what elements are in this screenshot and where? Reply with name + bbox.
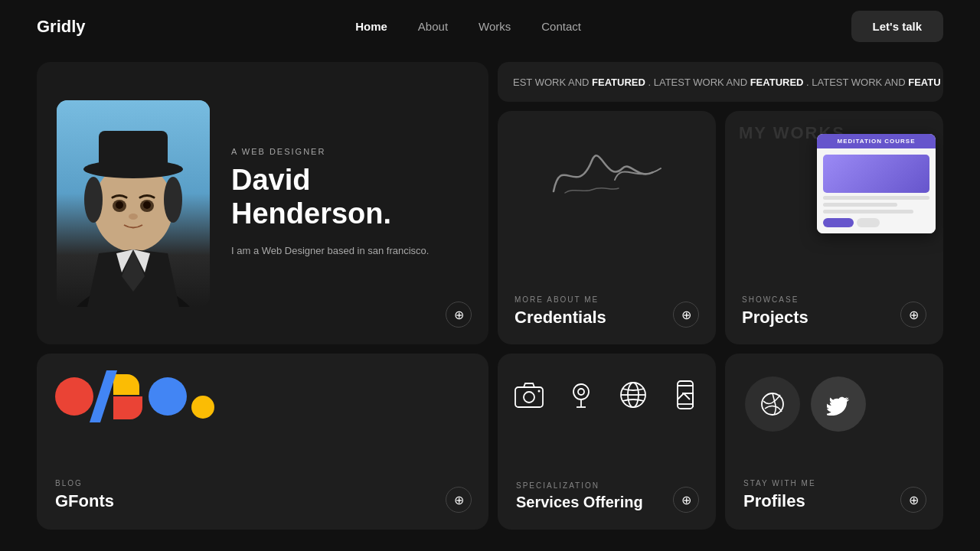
gf-yellow-circle bbox=[191, 396, 214, 419]
phone-icon bbox=[667, 377, 704, 413]
mockup-line bbox=[823, 196, 929, 200]
hero-description: I am a Web Designer based in san francis… bbox=[231, 243, 469, 259]
gfonts-arrow-button[interactable]: ⊕ bbox=[446, 487, 472, 513]
services-label: SPECIALIZATION bbox=[516, 481, 697, 490]
marquee-text: EST WORK AND FEATURED . LATEST WORK AND … bbox=[513, 77, 941, 88]
svg-point-6 bbox=[84, 177, 103, 223]
mockup-buttons bbox=[823, 218, 929, 227]
gfonts-title: GFonts bbox=[55, 491, 470, 511]
credentials-title: Credentials bbox=[514, 308, 699, 328]
profiles-arrow-button[interactable]: ⊕ bbox=[900, 487, 926, 513]
hero-name: David Henderson. bbox=[231, 164, 469, 230]
profile-icons bbox=[745, 377, 866, 432]
svg-point-16 bbox=[573, 384, 589, 399]
main-grid: A WEB DESIGNER David Henderson. I am a W… bbox=[0, 53, 980, 551]
mockup-header: MEDITATION COURSE bbox=[817, 134, 936, 148]
services-arrow-button[interactable]: ⊕ bbox=[673, 487, 699, 513]
credentials-arrow-button[interactable]: ⊕ bbox=[673, 302, 699, 328]
credentials-label: MORE ABOUT ME bbox=[514, 295, 699, 304]
logo[interactable]: Gridly bbox=[37, 17, 86, 37]
navigation: Gridly Home About Works Contact Let's ta… bbox=[0, 0, 980, 53]
hero-card: A WEB DESIGNER David Henderson. I am a W… bbox=[37, 62, 488, 344]
projects-card: MY WORKS MEDITATION COURSE SHOWCASE Proj… bbox=[725, 111, 943, 344]
svg-point-10 bbox=[116, 201, 123, 209]
mockup-line bbox=[823, 210, 913, 214]
mockup-body bbox=[817, 148, 936, 233]
nav-home[interactable]: Home bbox=[355, 20, 387, 33]
svg-point-14 bbox=[524, 392, 534, 403]
svg-point-24 bbox=[762, 393, 783, 415]
location-icon bbox=[563, 377, 599, 413]
projects-arrow-button[interactable]: ⊕ bbox=[900, 302, 926, 328]
gf-red-circle bbox=[55, 377, 93, 416]
profiles-card: STAY WITH ME Profiles ⊕ bbox=[725, 354, 943, 530]
hero-inner: A WEB DESIGNER David Henderson. I am a W… bbox=[57, 82, 469, 324]
projects-mockup: MEDITATION COURSE bbox=[817, 134, 936, 233]
twitter-button[interactable] bbox=[811, 377, 866, 432]
mockup-image bbox=[823, 155, 929, 193]
hero-text: A WEB DESIGNER David Henderson. I am a W… bbox=[231, 147, 469, 259]
dribbble-button[interactable] bbox=[745, 377, 800, 432]
svg-point-7 bbox=[164, 177, 182, 223]
camera-icon bbox=[511, 377, 547, 413]
profiles-title: Profiles bbox=[743, 491, 925, 511]
lets-talk-button[interactable]: Let's talk bbox=[851, 11, 943, 42]
svg-point-11 bbox=[143, 201, 151, 209]
gfonts-label: BLOG bbox=[55, 479, 470, 487]
gfonts-logo bbox=[55, 370, 214, 422]
svg-point-12 bbox=[129, 214, 138, 220]
svg-point-17 bbox=[578, 389, 584, 395]
svg-point-15 bbox=[537, 390, 540, 393]
services-icons bbox=[511, 377, 704, 413]
gf-b-shape bbox=[113, 374, 142, 419]
gf-blue-circle bbox=[149, 377, 187, 416]
svg-rect-5 bbox=[99, 131, 168, 173]
marquee-card: EST WORK AND FEATURED . LATEST WORK AND … bbox=[498, 62, 943, 102]
credentials-card: MORE ABOUT ME Credentials ⊕ bbox=[498, 111, 716, 344]
nav-works[interactable]: Works bbox=[479, 20, 511, 33]
hero-arrow-button[interactable]: ⊕ bbox=[446, 302, 472, 328]
nav-about[interactable]: About bbox=[418, 20, 448, 33]
services-title: Services Offering bbox=[516, 494, 697, 511]
globe-icon bbox=[615, 377, 652, 413]
hero-subtitle: A WEB DESIGNER bbox=[231, 147, 469, 156]
services-card: SPECIALIZATION Services Offering ⊕ bbox=[498, 354, 716, 530]
projects-title: Projects bbox=[742, 308, 926, 328]
profiles-label: STAY WITH ME bbox=[743, 479, 925, 487]
nav-contact[interactable]: Contact bbox=[541, 20, 581, 33]
profile-photo bbox=[57, 100, 210, 307]
mockup-line bbox=[823, 203, 897, 207]
nav-links: Home About Works Contact bbox=[355, 20, 581, 33]
signature bbox=[546, 138, 668, 210]
gfonts-card: BLOG GFonts ⊕ bbox=[37, 354, 488, 530]
projects-label: SHOWCASE bbox=[742, 295, 926, 304]
